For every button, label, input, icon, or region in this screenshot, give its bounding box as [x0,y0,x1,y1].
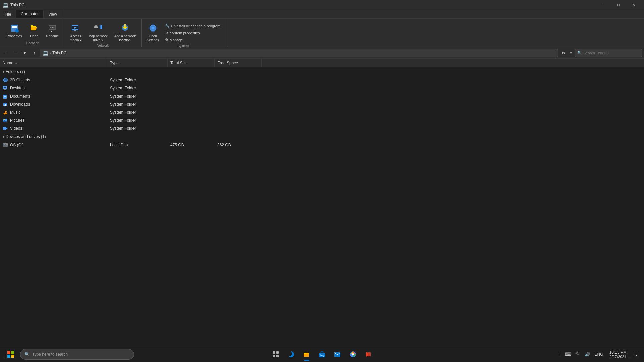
open-icon [29,23,40,34]
file-row-downloads[interactable]: Downloads System Folder [0,100,644,108]
col-header-type[interactable]: Type [107,59,168,67]
ribbon-group-network: Access media ▾ Map [64,19,141,47]
svg-rect-56 [7,351,10,354]
address-path[interactable]: 💻 › This PC [40,49,558,57]
location-group-label: Location [26,41,39,46]
clock[interactable]: 10:13 PM 2/27/2021 [607,346,629,362]
manage-button[interactable]: ⚙ Manage [163,37,222,43]
file-row-videos[interactable]: Videos System Folder [0,124,644,132]
svg-point-44 [6,113,7,114]
recent-locations-button[interactable]: ▼ [21,49,29,57]
access-media-button[interactable]: Access media ▾ [67,21,84,44]
svg-text:ABC: ABC [50,26,55,29]
properties-icon: i [9,23,20,34]
up-button[interactable]: ↑ [30,49,38,57]
file-entries: ▾ Folders (7) 3D Objects [0,67,644,353]
tray-volume[interactable]: 🔊 [583,346,591,362]
properties-label: Properties [7,34,22,38]
clock-time: 10:13 PM [609,350,627,355]
svg-point-71 [352,353,354,355]
file-row-pictures[interactable]: Pictures System Folder [0,116,644,124]
uninstall-button[interactable]: 🔧 Uninstall or change a program [163,23,222,29]
taskbar-app-explorer[interactable] [299,347,314,362]
devices-section-header[interactable]: ▾ Devices and drives (1) [0,132,644,141]
tray-expand-icon: ^ [559,352,561,357]
svg-rect-11 [50,31,50,32]
window-title: This PC [10,3,25,7]
tray-chevron[interactable]: ^ [557,346,562,362]
rename-icon: ABC [47,23,58,34]
maximize-button[interactable]: ◻ [610,0,626,10]
map-network-drive-label: Map network drive ▾ [88,34,107,42]
open-settings-button[interactable]: Open Settings [144,21,162,44]
taskbar-app-edge[interactable] [284,347,299,362]
open-button[interactable]: Open [26,21,42,40]
taskbar-app-chrome[interactable] [345,347,360,362]
tab-computer[interactable]: Computer [16,10,44,18]
file-list-area: Name ▲ Type Total Size Free Space ▾ Fold… [0,59,644,353]
col-header-name[interactable]: Name ▲ [0,59,107,67]
taskbar-app-office[interactable] [361,347,376,362]
svg-point-43 [4,113,5,115]
address-chevron[interactable]: ▾ [568,49,574,57]
map-network-drive-button[interactable]: Map network drive ▾ [86,21,110,44]
taskbar-app-store[interactable]: bag [315,347,329,362]
system-properties-button[interactable]: 🖥 System properties [163,30,222,36]
map-network-drive-icon [93,23,103,34]
file-row-os-c-name: OS (C:) [3,142,110,148]
svg-rect-1 [12,26,17,27]
title-bar: 💻 This PC − ◻ ✕ [0,0,644,10]
file-row-desktop[interactable]: Desktop System Folder [0,84,644,92]
taskbar-app-task-view[interactable] [268,347,283,362]
taskbar-search-icon: 🔍 [24,352,30,357]
file-row-music[interactable]: Music System Folder [0,108,644,116]
uninstall-label: Uninstall or change a program [171,24,220,28]
svg-point-20 [94,26,98,28]
rename-button[interactable]: ABC Rename [44,21,62,40]
file-row-3d-objects[interactable]: 3D Objects System Folder [0,76,644,84]
close-button[interactable]: ✕ [626,0,641,10]
ribbon-group-network-items: Access media ▾ Map [67,20,138,44]
file-row-downloads-name: Downloads [3,102,110,107]
drive-icon [3,142,8,148]
search-input[interactable] [583,51,640,55]
tray-network[interactable] [574,346,582,362]
search-icon: 🔍 [577,51,582,55]
col-header-total-size[interactable]: Total Size [168,59,215,67]
forward-button[interactable]: → [11,49,19,57]
access-media-label: Access media ▾ [70,34,82,42]
add-network-location-button[interactable]: Add a network location [112,21,139,44]
ribbon: File Computer View [0,10,644,47]
notification-button[interactable]: 🗨 [631,346,641,362]
taskbar-app-mail[interactable] [330,347,345,362]
taskbar-right: ^ ⌨ 🔊 ENG 10:13 PM 2/27/2021 [557,346,642,362]
svg-rect-63 [276,355,279,357]
search-box[interactable]: 🔍 [575,49,642,57]
file-row-pictures-type: System Folder [110,118,170,123]
tab-view[interactable]: View [44,10,62,18]
file-row-os-c[interactable]: OS (C:) Local Disk 475 GB 362 GB [0,141,644,149]
keyboard-icon: ⌨ [565,352,571,357]
start-button[interactable] [3,346,19,362]
taskbar-search-text: Type here to search [32,352,68,357]
minimize-button[interactable]: − [595,0,610,10]
file-row-documents[interactable]: Documents System Folder [0,92,644,100]
path-segment-this-pc: This PC [52,51,67,55]
ribbon-system-col: 🔧 Uninstall or change a program 🖥 System… [163,21,222,44]
back-button[interactable]: ← [2,49,10,57]
folders-section-header[interactable]: ▾ Folders (7) [0,67,644,76]
refresh-button[interactable]: ↻ [559,49,568,57]
address-bar: ← → ▼ ↑ 💻 › This PC ↻ ▾ 🔍 [0,47,644,59]
svg-rect-50 [3,127,6,130]
ribbon-group-location: i Properties Open [1,19,64,47]
svg-text:i: i [17,30,17,33]
properties-button[interactable]: i Properties [4,21,25,40]
tab-file[interactable]: File [0,10,16,18]
language-button[interactable]: ENG [593,346,605,362]
system-group-label: System [178,44,189,49]
file-row-3d-objects-name: 3D Objects [3,77,110,83]
taskbar-search-bar[interactable]: 🔍 Type here to search [20,349,134,360]
folders-chevron: ▾ [3,70,4,74]
tray-keyboard[interactable]: ⌨ [564,346,573,362]
col-header-free-space[interactable]: Free Space [215,59,262,67]
